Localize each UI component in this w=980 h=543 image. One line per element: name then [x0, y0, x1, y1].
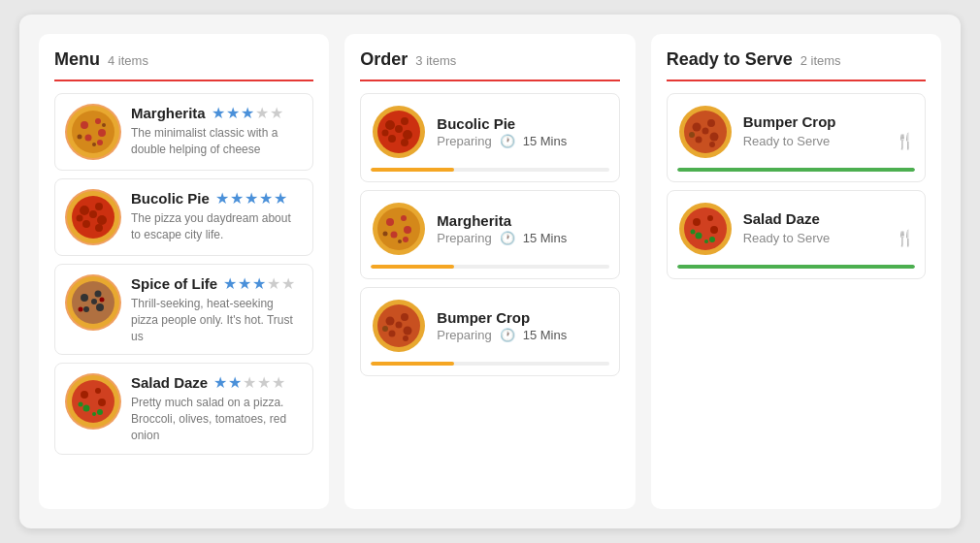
progress-fill	[677, 168, 915, 172]
svg-point-29	[72, 380, 114, 423]
pizza-image	[371, 201, 427, 257]
star-1: ★	[213, 373, 227, 392]
star-3: ★	[245, 189, 258, 208]
svg-point-36	[92, 412, 96, 416]
svg-point-39	[385, 120, 395, 130]
item-desc: Thrill-seeking, heat-seeking pizza peopl…	[131, 296, 303, 344]
star-1: ★	[212, 104, 225, 122]
svg-point-12	[80, 206, 89, 215]
order-status: Preparing	[437, 328, 491, 342]
serve-header: Ready to Serve 2 items	[667, 49, 926, 81]
star-4: ★	[259, 189, 273, 208]
serve-status: Ready to Serve	[743, 231, 831, 245]
svg-point-15	[82, 220, 90, 228]
star-4: ★	[255, 104, 269, 122]
svg-point-22	[95, 291, 102, 298]
item-desc: The minimalist classic with a double hel…	[131, 125, 303, 158]
pizza-image	[371, 298, 427, 354]
utensil-icon: 🍴	[896, 229, 915, 247]
serve-title: Ready to Serve	[667, 49, 793, 70]
order-item-name: Bucolic Pie	[437, 115, 608, 132]
list-item[interactable]: Salad Daze ★ ★ ★ ★ ★ Pretty much salad o…	[54, 363, 313, 454]
serve-count: 2 items	[800, 53, 841, 68]
star-rating: ★ ★ ★ ★ ★	[213, 373, 285, 392]
svg-point-30	[81, 391, 88, 399]
pizza-image	[677, 201, 734, 257]
progress-bar	[677, 265, 915, 269]
svg-point-51	[391, 232, 398, 239]
utensil-icon: 🍴	[896, 132, 915, 150]
menu-item-info: Salad Daze ★ ★ ★ ★ ★ Pretty much salad o…	[131, 373, 303, 443]
pizza-image	[65, 189, 121, 245]
svg-point-43	[401, 139, 408, 146]
item-name: Bucolic Pie	[131, 190, 210, 207]
svg-point-41	[403, 130, 412, 140]
item-desc: The pizza you daydream about to escape c…	[131, 210, 303, 243]
svg-point-5	[85, 135, 92, 142]
list-item[interactable]: Spice of Life ★ ★ ★ ★ ★ Thrill-seeking, …	[54, 264, 313, 355]
svg-point-40	[401, 117, 408, 125]
svg-point-16	[95, 224, 103, 232]
list-item[interactable]: Margherita Preparing 🕐 15 Mins	[360, 190, 619, 279]
order-item-info: Margherita Preparing 🕐 15 Mins	[437, 212, 608, 245]
svg-point-18	[89, 210, 97, 218]
menu-item-info: Spice of Life ★ ★ ★ ★ ★ Thrill-seeking, …	[131, 274, 303, 344]
svg-point-58	[401, 313, 408, 321]
serve-item-info: Salad Daze Ready to Serve 🍴	[743, 210, 915, 247]
menu-count: 4 items	[108, 53, 148, 68]
star-rating: ★ ★ ★ ★ ★	[223, 274, 295, 293]
svg-point-59	[404, 327, 412, 335]
order-header: Order 3 items	[360, 49, 619, 81]
svg-point-78	[695, 233, 702, 240]
star-2: ★	[230, 189, 244, 208]
main-container: Menu 4 items Ma	[19, 15, 961, 528]
svg-point-13	[95, 203, 103, 210]
svg-point-26	[100, 298, 105, 303]
order-item-info: Bucolic Pie Preparing 🕐 15 Mins	[437, 115, 608, 148]
svg-point-54	[398, 240, 402, 243]
list-item[interactable]: Bumper Crop Ready to Serve 🍴	[667, 93, 926, 182]
svg-point-75	[693, 218, 701, 226]
star-3: ★	[252, 274, 266, 293]
order-time: 15 Mins	[523, 328, 568, 342]
star-rating: ★ ★ ★ ★ ★	[212, 104, 283, 122]
list-item[interactable]: Bucolic Pie Preparing 🕐 15 Mins	[360, 93, 619, 182]
svg-point-57	[386, 317, 395, 326]
order-status: Preparing	[437, 231, 491, 245]
clock-icon: 🕐	[500, 134, 515, 148]
menu-column: Menu 4 items Ma	[39, 34, 329, 509]
star-3: ★	[243, 373, 256, 392]
svg-point-35	[79, 402, 83, 407]
svg-point-24	[83, 306, 89, 312]
svg-point-2	[81, 121, 88, 129]
svg-point-72	[702, 128, 708, 135]
svg-point-34	[97, 409, 103, 415]
list-item[interactable]: Bucolic Pie ★ ★ ★ ★ ★ The pizza you dayd…	[54, 178, 313, 256]
item-name: Salad Daze	[131, 374, 208, 391]
menu-item-info: Bucolic Pie ★ ★ ★ ★ ★ The pizza you dayd…	[131, 189, 303, 243]
pizza-image	[65, 274, 121, 331]
pizza-image	[65, 104, 121, 160]
order-item-name: Margherita	[437, 212, 608, 229]
svg-point-3	[95, 118, 101, 124]
progress-fill	[371, 168, 454, 172]
svg-point-74	[684, 208, 727, 250]
svg-point-63	[396, 322, 403, 329]
svg-point-53	[383, 232, 388, 237]
pizza-image	[371, 104, 427, 160]
order-time: 15 Mins	[523, 231, 568, 245]
svg-point-71	[689, 132, 695, 138]
order-item-info: Bumper Crop Preparing 🕐 15 Mins	[437, 309, 608, 342]
svg-point-77	[710, 226, 718, 234]
star-3: ★	[241, 104, 254, 122]
list-item[interactable]: Margherita ★ ★ ★ ★ ★ The minimalist clas…	[54, 93, 313, 171]
svg-point-50	[404, 226, 411, 234]
star-1: ★	[215, 189, 229, 208]
progress-fill	[371, 265, 454, 269]
list-item[interactable]: Salad Daze Ready to Serve 🍴	[667, 190, 926, 279]
order-status: Preparing	[437, 134, 491, 148]
svg-point-80	[690, 230, 695, 235]
list-item[interactable]: Bumper Crop Preparing 🕐 15 Mins	[360, 287, 619, 376]
svg-point-76	[707, 215, 713, 221]
svg-point-6	[97, 140, 103, 145]
